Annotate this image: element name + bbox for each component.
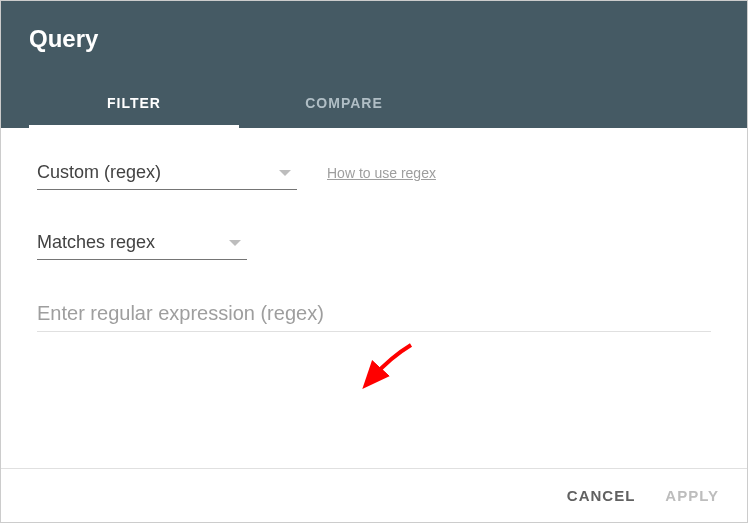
apply-button[interactable]: APPLY [665, 487, 719, 504]
tab-filter[interactable]: FILTER [29, 81, 239, 128]
tabs: FILTER COMPARE [29, 81, 719, 128]
regex-input[interactable] [37, 296, 711, 332]
regex-help-link[interactable]: How to use regex [327, 165, 436, 181]
dropdown-icon [229, 240, 241, 246]
filter-type-row: Custom (regex) How to use regex [37, 156, 711, 190]
regex-input-row [37, 296, 711, 332]
match-type-row: Matches regex [37, 226, 711, 260]
tab-compare-label: COMPARE [305, 95, 383, 111]
match-type-value: Matches regex [37, 232, 155, 253]
dialog-header: Query FILTER COMPARE [1, 1, 747, 128]
filter-type-value: Custom (regex) [37, 162, 161, 183]
match-type-select[interactable]: Matches regex [37, 226, 247, 260]
tab-compare[interactable]: COMPARE [239, 81, 449, 128]
tab-filter-label: FILTER [107, 95, 161, 111]
dialog-title: Query [29, 25, 719, 53]
dialog-body: Custom (regex) How to use regex Matches … [1, 128, 747, 360]
dialog-footer: CANCEL APPLY [1, 468, 747, 522]
dropdown-icon [279, 170, 291, 176]
filter-type-select[interactable]: Custom (regex) [37, 156, 297, 190]
cancel-button[interactable]: CANCEL [567, 487, 636, 504]
